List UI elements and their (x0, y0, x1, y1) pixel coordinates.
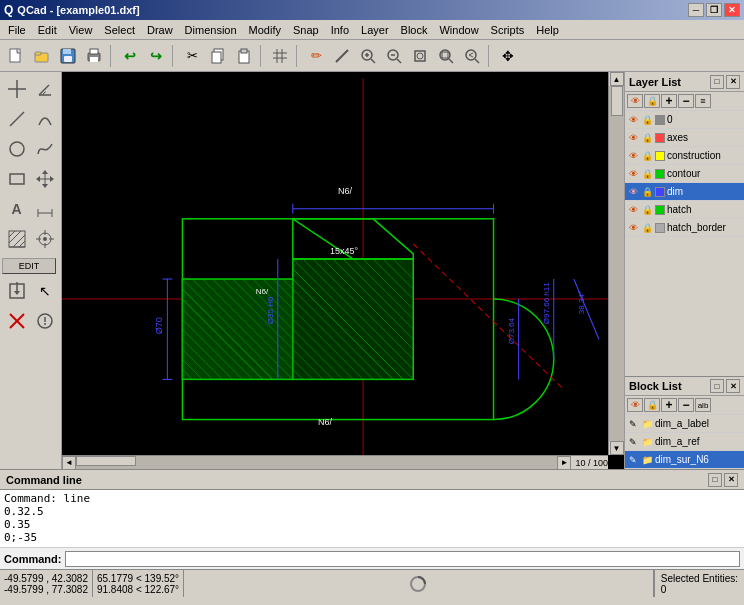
cut-button[interactable]: ✂ (180, 44, 204, 68)
layer-name[interactable]: dim (667, 186, 742, 197)
menu-item-modify[interactable]: Modify (243, 22, 287, 38)
command-input[interactable] (65, 551, 740, 567)
scroll-up-button[interactable]: ▲ (610, 72, 624, 86)
block-float-button[interactable]: □ (710, 379, 724, 393)
dim-button[interactable] (32, 196, 58, 222)
block-name[interactable]: dim_a_ref (655, 436, 699, 447)
menu-item-layer[interactable]: Layer (355, 22, 395, 38)
block-name[interactable]: dim_sur_N6 (655, 454, 709, 465)
layer-name[interactable]: contour (667, 168, 742, 179)
snap-button[interactable] (32, 226, 58, 252)
command-float-button[interactable]: □ (708, 473, 722, 487)
new-button[interactable] (4, 44, 28, 68)
layer-vis-icon[interactable]: 👁 (627, 150, 639, 162)
scroll-track-v[interactable] (609, 86, 624, 441)
scroll-down-button[interactable]: ▼ (610, 441, 624, 455)
pan-button[interactable]: ✥ (496, 44, 520, 68)
block-row-0[interactable]: ✎ 📁 dim_a_label (625, 415, 744, 433)
block-add-button[interactable]: + (661, 398, 677, 412)
layer-close-button[interactable]: ✕ (726, 75, 740, 89)
scroll-track-h[interactable] (76, 456, 557, 469)
layer-vis-icon[interactable]: 👁 (627, 168, 639, 180)
grid-button[interactable] (268, 44, 292, 68)
menu-item-file[interactable]: File (2, 22, 32, 38)
block-row-2[interactable]: ✎ 📁 dim_sur_N6 (625, 451, 744, 469)
layer-row-dim[interactable]: 👁 🔒 dim (625, 183, 744, 201)
layer-row-hatch[interactable]: 👁 🔒 hatch (625, 201, 744, 219)
layer-row-construction[interactable]: 👁 🔒 construction (625, 147, 744, 165)
hatch-button[interactable] (4, 226, 30, 252)
curve-button[interactable] (32, 136, 58, 162)
select-button[interactable]: ↖ (32, 278, 58, 304)
zoom-out-button[interactable] (382, 44, 406, 68)
print-button[interactable] (82, 44, 106, 68)
block-lock-button[interactable]: 🔒 (644, 398, 660, 412)
horizontal-scrollbar[interactable]: ◄ ► 10 / 100 (62, 455, 608, 469)
crosshair-button[interactable] (4, 76, 30, 102)
close-button[interactable]: ✕ (724, 3, 740, 17)
menu-item-view[interactable]: View (63, 22, 99, 38)
menu-item-scripts[interactable]: Scripts (485, 22, 531, 38)
minimize-button[interactable]: ─ (688, 3, 704, 17)
layer-row-0[interactable]: 👁 🔒 0 (625, 111, 744, 129)
zoom-window-button[interactable] (434, 44, 458, 68)
zoom-extent-button[interactable] (408, 44, 432, 68)
block-name[interactable]: dim_a_label (655, 418, 709, 429)
scroll-right-button[interactable]: ► (557, 456, 571, 470)
line-draw-button[interactable] (4, 106, 30, 132)
layer-float-button[interactable]: □ (710, 75, 724, 89)
command-close-button[interactable]: ✕ (724, 473, 738, 487)
insert-button[interactable] (4, 278, 30, 304)
redo-button[interactable]: ↪ (144, 44, 168, 68)
open-button[interactable] (30, 44, 54, 68)
layer-add-button[interactable]: + (661, 94, 677, 108)
save-button[interactable] (56, 44, 80, 68)
layer-row-hatch-border[interactable]: 👁 🔒 hatch_border (625, 219, 744, 237)
copy-button[interactable] (206, 44, 230, 68)
arc-button[interactable] (32, 106, 58, 132)
angle-button[interactable] (32, 76, 58, 102)
layer-vis-icon[interactable]: 👁 (627, 132, 639, 144)
undo-button[interactable]: ↩ (118, 44, 142, 68)
circle-button[interactable] (4, 136, 30, 162)
layer-row-axes[interactable]: 👁 🔒 axes (625, 129, 744, 147)
pencil-button[interactable]: ✏ (304, 44, 328, 68)
text-button[interactable]: A (4, 196, 30, 222)
scroll-thumb-h[interactable] (76, 456, 136, 466)
scroll-thumb-v[interactable] (611, 86, 623, 116)
paste-button[interactable] (232, 44, 256, 68)
layer-name[interactable]: construction (667, 150, 742, 161)
layer-name[interactable]: 0 (667, 114, 742, 125)
properties-button[interactable] (32, 308, 58, 334)
layer-row-contour[interactable]: 👁 🔒 contour (625, 165, 744, 183)
zoom-in-button[interactable] (356, 44, 380, 68)
rect-button[interactable] (4, 166, 30, 192)
block-remove-button[interactable]: − (678, 398, 694, 412)
layer-vis-icon[interactable]: 👁 (627, 204, 639, 216)
layer-name-hatch[interactable]: hatch (667, 204, 742, 215)
block-eye-button[interactable]: 👁 (627, 398, 643, 412)
menu-item-snap[interactable]: Snap (287, 22, 325, 38)
menu-item-help[interactable]: Help (530, 22, 565, 38)
move-button[interactable] (32, 166, 58, 192)
scroll-left-button[interactable]: ◄ (62, 456, 76, 470)
layer-list-btn[interactable]: ≡ (695, 94, 711, 108)
menu-item-select[interactable]: Select (98, 22, 141, 38)
block-close-button[interactable]: ✕ (726, 379, 740, 393)
layer-vis-icon[interactable]: 👁 (627, 114, 639, 126)
menu-item-block[interactable]: Block (395, 22, 434, 38)
layer-vis-icon[interactable]: 👁 (627, 186, 639, 198)
line-button[interactable] (330, 44, 354, 68)
menu-item-window[interactable]: Window (433, 22, 484, 38)
layer-name[interactable]: axes (667, 132, 742, 143)
layer-eye-button[interactable]: 👁 (627, 94, 643, 108)
block-alb-button[interactable]: alb (695, 398, 711, 412)
layer-vis-icon[interactable]: 👁 (627, 222, 639, 234)
restore-button[interactable]: ❐ (706, 3, 722, 17)
layer-lock-button[interactable]: 🔒 (644, 94, 660, 108)
delete-button[interactable] (4, 308, 30, 334)
layer-remove-button[interactable]: − (678, 94, 694, 108)
menu-item-dimension[interactable]: Dimension (179, 22, 243, 38)
zoom-prev-button[interactable] (460, 44, 484, 68)
block-row-1[interactable]: ✎ 📁 dim_a_ref (625, 433, 744, 451)
